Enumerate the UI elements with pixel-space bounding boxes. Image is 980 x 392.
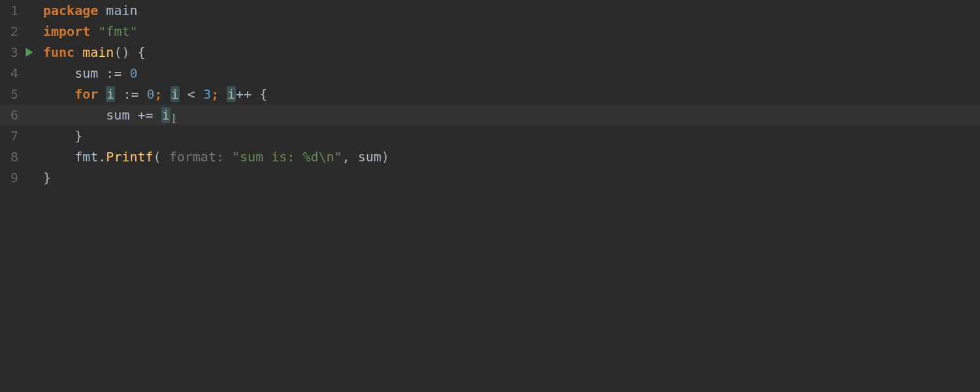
line-number: 2: [0, 21, 24, 42]
space: [90, 24, 98, 39]
keyword-func: func: [43, 44, 74, 60]
var-i: i: [171, 86, 180, 102]
space: [98, 86, 106, 102]
var-i: i: [227, 86, 236, 102]
space: [161, 149, 169, 165]
number-literal: 0: [129, 65, 137, 81]
var-i: i: [106, 86, 115, 102]
code-content[interactable]: sum := 0: [43, 63, 980, 84]
semicolon: ;: [155, 86, 163, 102]
keyword-for: for: [74, 86, 98, 102]
code-content[interactable]: }: [43, 167, 980, 188]
code-line[interactable]: 5 for i := 0; i < 3; i++ {: [0, 84, 980, 105]
line-number: 5: [0, 84, 24, 105]
number-literal: 0: [147, 86, 155, 102]
gutter-icon-slot[interactable]: [24, 6, 43, 99]
code-text: ++ {: [236, 86, 267, 102]
indent: [43, 65, 74, 81]
indent: [43, 149, 74, 165]
line-number: 3: [0, 42, 24, 63]
code-line[interactable]: 4 sum := 0: [0, 63, 980, 84]
space: [74, 44, 82, 60]
func-call: Printf: [106, 149, 153, 165]
var-sum: sum: [74, 65, 106, 81]
number-literal: 3: [203, 86, 211, 102]
indent: [43, 107, 106, 123]
code-text: () {: [114, 44, 145, 60]
inlay-hint: format:: [169, 149, 224, 165]
space: [224, 149, 232, 165]
string-literal: "sum is: %d\n": [232, 149, 342, 165]
semicolon: ;: [211, 86, 219, 102]
code-content[interactable]: package main: [43, 0, 980, 21]
brace-close: }: [74, 128, 82, 144]
operator-assign: :=: [115, 86, 146, 102]
code-line[interactable]: 3 func main() {: [0, 42, 980, 63]
import-path: "fmt": [98, 24, 137, 39]
dot: .: [98, 149, 106, 165]
pkg-ref: fmt: [74, 149, 98, 165]
func-name: main: [82, 44, 114, 60]
var-i: i: [161, 107, 171, 123]
operator-assign: :=: [106, 65, 129, 81]
code-editor[interactable]: 1 package main 2 import "fmt" 3 func mai…: [0, 0, 980, 392]
indent: [43, 86, 74, 102]
line-number: 9: [0, 167, 24, 188]
line-number: 1: [0, 0, 24, 21]
operator-lt: <: [180, 86, 203, 102]
code-line[interactable]: 1 package main: [0, 0, 980, 21]
code-content[interactable]: fmt.Printf( format: "sum is: %d\n", sum): [43, 146, 980, 167]
line-number: 8: [0, 146, 24, 167]
package-name: main: [106, 3, 137, 18]
line-number: 4: [0, 63, 24, 84]
brace-close: }: [43, 170, 51, 186]
indent: [43, 128, 74, 144]
code-line[interactable]: 2 import "fmt": [0, 21, 980, 42]
code-line[interactable]: 7 }: [0, 125, 980, 146]
code-content[interactable]: import "fmt": [43, 21, 980, 42]
code-content[interactable]: for i := 0; i < 3; i++ {: [43, 84, 980, 105]
line-number: 6: [0, 105, 24, 125]
code-text: sum +=: [106, 107, 161, 123]
space: [219, 86, 227, 102]
code-content[interactable]: }: [43, 125, 980, 146]
svg-marker-0: [25, 48, 33, 57]
code-line-current[interactable]: 6 sum += i: [0, 105, 980, 125]
code-content[interactable]: sum += i: [43, 105, 980, 125]
text-cursor-icon: [171, 109, 171, 123]
paren-open: (: [154, 149, 161, 165]
line-number: 7: [0, 125, 24, 146]
space: [98, 3, 106, 18]
space: [163, 86, 171, 102]
code-line[interactable]: 9 }: [0, 167, 980, 188]
code-text: , sum): [342, 149, 389, 165]
code-content[interactable]: func main() {: [43, 42, 980, 63]
code-line[interactable]: 8 fmt.Printf( format: "sum is: %d\n", su…: [0, 146, 980, 167]
